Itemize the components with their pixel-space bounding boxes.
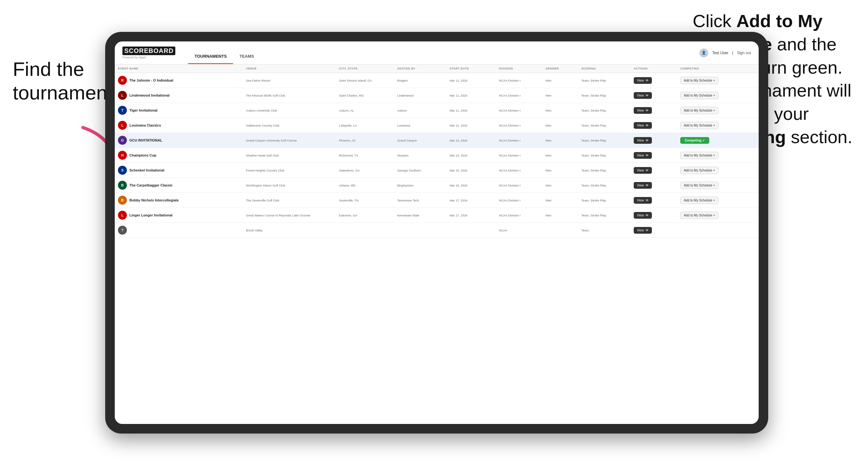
user-name: Test User [712, 51, 728, 55]
eye-icon: 👁 [646, 228, 649, 232]
app-logo-sub: Powered by clippd [122, 56, 175, 59]
cell-start-date: Mar 11, 2024 [446, 103, 496, 118]
add-to-schedule-button[interactable]: Add to My Schedule + [680, 107, 718, 114]
cell-gender: Men [542, 178, 578, 193]
add-to-schedule-button[interactable]: Add to My Schedule + [680, 152, 718, 159]
col-header-date: START DATE [446, 64, 496, 73]
add-to-schedule-button[interactable]: Add to My Schedule + [680, 182, 718, 189]
eye-icon: 👁 [646, 79, 649, 82]
cell-division: NCAA Division I [496, 133, 542, 148]
col-header-division: DIVISION [496, 64, 542, 73]
cell-division: NCAA Division I [496, 178, 542, 193]
app-header: SCOREBOARD Powered by clippd TOURNAMENTS… [115, 41, 759, 64]
sign-out-link[interactable]: Sign out [737, 51, 751, 55]
view-button[interactable]: View 👁 [634, 152, 652, 159]
add-to-schedule-button[interactable]: Add to My Schedule + [680, 77, 718, 84]
table-row: BBobby Nichols IntercollegiateThe Sevier… [115, 193, 759, 208]
cell-division: NCAA Division I [496, 118, 542, 133]
tab-tournaments[interactable]: TOURNAMENTS [188, 54, 233, 64]
cell-gender: Men [542, 193, 578, 208]
tab-teams[interactable]: TEAMS [233, 54, 260, 64]
add-to-schedule-button[interactable]: Add to My Schedule + [680, 92, 718, 99]
cell-scoring: Team, Stroke Play [578, 163, 630, 178]
competing-button[interactable]: Competing ✓ [680, 137, 709, 144]
view-button[interactable]: View 👁 [634, 212, 652, 219]
event-name-text: Lindenwood Invitational [129, 93, 169, 97]
right-annotation-prefix: Click [693, 11, 736, 31]
left-annotation-text: Find the tournament. [13, 58, 118, 103]
col-header-venue: VENUE [243, 64, 336, 73]
cell-event-name: BBobby Nichols Intercollegiate [115, 193, 243, 208]
view-button[interactable]: View 👁 [634, 197, 652, 204]
add-to-schedule-button[interactable]: Add to My Schedule + [680, 197, 718, 204]
view-button[interactable]: View 👁 [634, 122, 652, 129]
cell-scoring: Team, Stroke Play [578, 103, 630, 118]
team-logo: R [118, 76, 127, 85]
view-button[interactable]: View 👁 [634, 167, 652, 174]
cell-division: NCAA Division I [496, 193, 542, 208]
cell-scoring: Team, Stroke Play [578, 193, 630, 208]
cell-competing: Add to My Schedule + [677, 103, 759, 118]
table-row: BThe Carpetbagger ClassicWorthington Man… [115, 178, 759, 193]
cell-city [336, 223, 394, 238]
cell-start-date: Mar 17, 2024 [446, 193, 496, 208]
view-button[interactable]: View 👁 [634, 182, 652, 189]
eye-icon: 👁 [646, 214, 649, 217]
cell-competing: Add to My Schedule + [677, 163, 759, 178]
cell-start-date: Mar 16, 2024 [446, 178, 496, 193]
view-button[interactable]: View 👁 [634, 227, 652, 234]
cell-venue: Grand Canyon University Golf Course [243, 133, 336, 148]
cell-competing: Add to My Schedule + [677, 208, 759, 223]
left-annotation: Find the tournament. [13, 57, 115, 105]
eye-icon: 👁 [646, 154, 649, 157]
tablet-screen: SCOREBOARD Powered by clippd TOURNAMENTS… [115, 41, 759, 424]
col-header-city: CITY, STATE [336, 64, 394, 73]
cell-competing: Add to My Schedule + [677, 148, 759, 163]
view-button[interactable]: View 👁 [634, 107, 652, 114]
col-header-gender: GENDER [542, 64, 578, 73]
cell-division: NCAA Division I [496, 73, 542, 88]
event-name-text: The Carpetbagger Classic [129, 183, 173, 187]
col-header-event: EVENT NAME [115, 64, 243, 73]
cell-venue: Oakbourne Country Club [243, 118, 336, 133]
cell-competing: Add to My Schedule + [677, 88, 759, 103]
app-logo: SCOREBOARD [122, 46, 175, 55]
table-row: LLindenwood InvitationalThe Missouri Blu… [115, 88, 759, 103]
col-header-scoring: SCORING [578, 64, 630, 73]
view-button[interactable]: View 👁 [634, 92, 652, 99]
cell-actions: View 👁 [630, 88, 677, 103]
cell-hosted-by: Lindenwood [394, 88, 446, 103]
cell-actions: View 👁 [630, 208, 677, 223]
team-logo: L [118, 121, 127, 130]
cell-city: Phoenix, AZ [336, 133, 394, 148]
cell-competing: Add to My Schedule + [677, 193, 759, 208]
cell-actions: View 👁 [630, 133, 677, 148]
cell-event-name: HChampions Cup [115, 148, 243, 163]
table-row: ?Brook ValleyNCAATeam,View 👁 [115, 223, 759, 238]
cell-venue: Great Waters Course At Reynolds Lake Oco… [243, 208, 336, 223]
cell-venue: The Sevierville Golf Club [243, 193, 336, 208]
cell-division: NCAA [496, 223, 542, 238]
cell-hosted-by: Houston [394, 148, 446, 163]
cell-gender: Men [542, 118, 578, 133]
table-row: TTiger InvitationalAuburn University Clu… [115, 103, 759, 118]
team-logo: T [118, 106, 127, 115]
add-to-schedule-button[interactable]: Add to My Schedule + [680, 212, 718, 219]
cell-event-name: BThe Carpetbagger Classic [115, 178, 243, 193]
user-avatar: 👤 [700, 49, 708, 57]
team-logo: B [118, 196, 127, 205]
add-to-schedule-button[interactable]: Add to My Schedule + [680, 167, 718, 174]
team-logo: ? [118, 226, 127, 235]
cell-event-name: RThe Johnnie - O Individual [115, 73, 243, 88]
cell-scoring: Team, Stroke Play [578, 73, 630, 88]
view-button[interactable]: View 👁 [634, 137, 652, 144]
team-logo: S [118, 166, 127, 175]
cell-actions: View 👁 [630, 103, 677, 118]
cell-competing: Add to My Schedule + [677, 73, 759, 88]
cell-gender: Men [542, 208, 578, 223]
view-button[interactable]: View 👁 [634, 77, 652, 84]
cell-hosted-by: Georgia Southern [394, 163, 446, 178]
event-name-text: Bobby Nichols Intercollegiate [129, 198, 179, 202]
add-to-schedule-button[interactable]: Add to My Schedule + [680, 122, 718, 129]
event-name-text: Linger Longer Invitational [129, 213, 173, 217]
